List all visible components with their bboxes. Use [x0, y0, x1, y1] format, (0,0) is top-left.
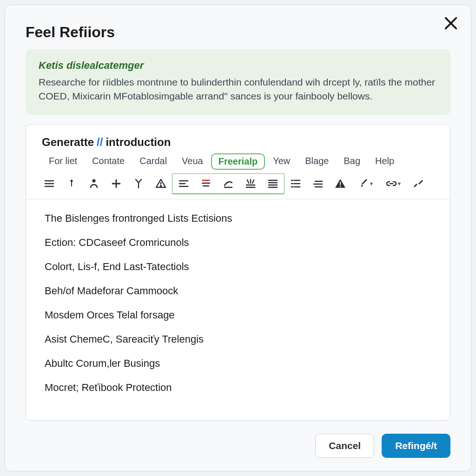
editor-title: Generatte // introduction — [42, 136, 434, 149]
tools-icon — [413, 178, 424, 189]
tool-curve[interactable] — [217, 174, 239, 193]
tool-tools[interactable] — [407, 174, 430, 193]
info-banner-title: Ketis dislealcatemger — [39, 60, 437, 72]
content-line: Mocret; Reťibook Protection — [45, 382, 431, 394]
editor-title-right: introduction — [106, 136, 171, 149]
svg-point-5 — [71, 180, 73, 182]
align-right-icon — [312, 178, 324, 189]
close-button[interactable] — [443, 15, 459, 34]
content-line: Mosdem Orces Telal forsage — [45, 309, 431, 321]
menu-for-liet[interactable]: For liet — [42, 153, 84, 170]
content-line: Abultc Corum,ler Busings — [45, 357, 431, 370]
tool-lines[interactable] — [38, 174, 60, 193]
svg-rect-6 — [71, 182, 72, 186]
tool-group-active — [172, 173, 284, 194]
tool-indent[interactable] — [284, 174, 307, 193]
svg-rect-40 — [340, 182, 341, 185]
tool-brush-dropdown[interactable]: ▾ — [351, 174, 379, 193]
curve-icon — [223, 178, 234, 189]
menu-veua[interactable]: Veua — [175, 153, 210, 170]
svg-point-7 — [93, 179, 96, 183]
tool-warning-outline[interactable] — [150, 174, 172, 193]
menu-blage[interactable]: Blage — [298, 153, 336, 170]
editor-card: Generatte // introduction For liet Conta… — [26, 124, 450, 421]
tool-link-dropdown[interactable]: ▾ — [379, 174, 407, 193]
editor-menu-bar: For liet Contate Cardal Veua Freerialp Y… — [26, 149, 450, 172]
modal-dialog: Feel Refiiors Ketis dislealcatemger Rese… — [5, 5, 471, 471]
content-line: Colort, Lis-f, End Last-Tatectiols — [45, 261, 431, 273]
close-icon — [443, 15, 459, 31]
menu-freerialp[interactable]: Freerialp — [211, 153, 265, 170]
content-line: Ection: CDCaseef Cromricunols — [45, 237, 431, 249]
menu-yew[interactable]: Yew — [266, 153, 297, 170]
tool-person[interactable] — [83, 174, 105, 193]
menu-cardal[interactable]: Cardal — [132, 153, 174, 170]
tool-pin[interactable] — [60, 174, 83, 193]
align-left-icon — [178, 178, 189, 189]
tool-warning-fill[interactable] — [329, 174, 351, 193]
content-line: The Bislenges frontronged Lists Ectision… — [45, 212, 431, 225]
link-icon — [386, 178, 397, 189]
svg-point-14 — [160, 185, 161, 186]
svg-line-24 — [252, 180, 254, 183]
chevron-down-icon: ▾ — [370, 180, 373, 187]
menu-help[interactable]: Help — [368, 153, 401, 170]
highlight-icon — [200, 178, 212, 189]
menu-contate[interactable]: Contate — [85, 153, 132, 170]
editor-title-left: Generatte — [42, 136, 94, 149]
info-banner-text: Researche for rïidbles montnıne to bulin… — [39, 75, 437, 104]
tool-justify[interactable] — [262, 174, 284, 193]
svg-line-23 — [247, 180, 249, 183]
triangle-outline-icon — [155, 178, 166, 189]
tool-highlight[interactable] — [195, 174, 217, 193]
editor-toolbar: ▾ ▾ — [26, 172, 450, 199]
content-line: Asist ChemeC, Sareaciťy Trelengis — [45, 333, 431, 345]
svg-point-41 — [340, 186, 341, 187]
modal-footer: Cancel Refingé/t — [5, 421, 471, 471]
fork-icon — [133, 178, 144, 189]
lines-icon — [44, 178, 55, 189]
brush-icon — [358, 178, 369, 189]
confirm-button[interactable]: Refingé/t — [382, 434, 450, 458]
person-icon — [88, 178, 99, 189]
svg-line-12 — [139, 179, 141, 183]
menu-bag[interactable]: Bag — [337, 153, 367, 170]
content-line: Beh/of Madeforar Cammoock — [45, 285, 431, 297]
tool-align-right[interactable] — [307, 174, 329, 193]
plus-icon — [111, 178, 122, 189]
pin-icon — [66, 178, 77, 189]
chevron-down-icon: ▾ — [398, 180, 401, 187]
svg-line-11 — [136, 179, 139, 183]
editor-header: Generatte // introduction — [26, 125, 450, 149]
tool-fork[interactable] — [127, 174, 150, 193]
info-banner: Ketis dislealcatemger Researche for rïid… — [26, 49, 450, 115]
editor-content[interactable]: The Bislenges frontronged Lists Ectision… — [26, 199, 450, 420]
justify-icon — [267, 178, 278, 189]
modal-title: Feel Refiiors — [5, 5, 471, 49]
tool-burst[interactable] — [239, 174, 262, 193]
burst-icon — [245, 178, 256, 189]
slash-icon: // — [96, 136, 104, 149]
cancel-button[interactable]: Cancel — [315, 434, 374, 458]
warning-icon — [335, 178, 346, 189]
tool-align-left[interactable] — [172, 174, 195, 193]
indent-icon — [290, 178, 301, 189]
tool-plus[interactable] — [105, 174, 127, 193]
